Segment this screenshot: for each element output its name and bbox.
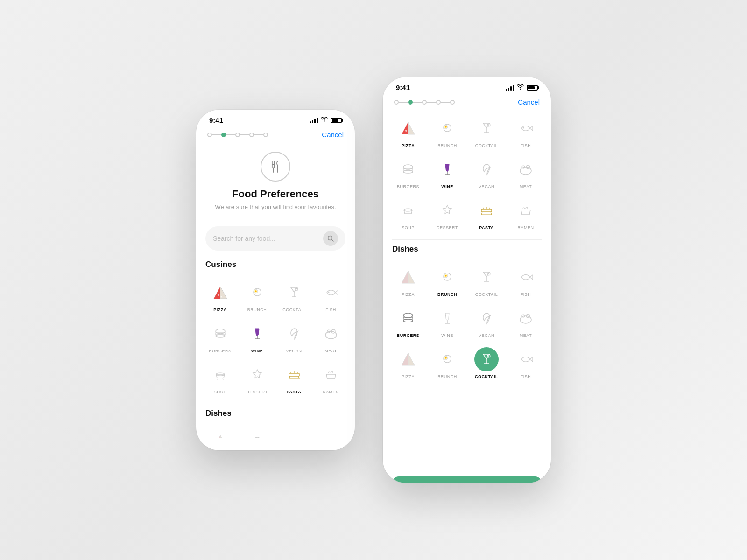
p2-dish-brunch-label-3: BRUNCH xyxy=(437,374,457,379)
p2-dish-fish-1[interactable]: FISH xyxy=(506,260,545,301)
cancel-button-2[interactable]: Cancel xyxy=(518,98,540,106)
cuisine-wine-1[interactable]: WINE xyxy=(239,317,275,358)
cancel-button-1[interactable]: Cancel xyxy=(322,131,344,139)
cocktail-icon-wrap-1 xyxy=(282,280,306,305)
p2-cuisine-vegan[interactable]: VEGAN xyxy=(467,153,506,194)
cuisine-pizza[interactable]: PIZZA xyxy=(202,276,239,317)
cuisine-cocktail-1[interactable]: COCKTAIL xyxy=(275,276,312,317)
steps-1 xyxy=(207,133,268,137)
cuisine-burgers-1[interactable]: BURGERS xyxy=(202,317,239,358)
battery-icon-1 xyxy=(331,118,342,123)
p2-cuisine-burgers[interactable]: BURGERS xyxy=(388,153,428,194)
divider-2 xyxy=(392,239,542,240)
cuisine-brunch[interactable]: BRUNCH xyxy=(239,276,275,317)
p2-dish-pizza-3[interactable]: PIZZA xyxy=(388,343,428,384)
soup-icon-wrap-1 xyxy=(208,363,233,387)
p2-dish-pizza[interactable]: PIZZA xyxy=(388,260,428,301)
p2-dish-burgers[interactable]: BURGERS xyxy=(388,301,428,343)
status-bar-1: 9:41 xyxy=(196,110,355,127)
svg-point-35 xyxy=(520,89,521,90)
dish-2-icon xyxy=(245,429,269,438)
p2-dish-wine-label: WINE xyxy=(441,333,453,338)
p2-dish-wine-icon xyxy=(435,306,459,330)
p2-dish-pizza-label: PIZZA xyxy=(402,292,415,297)
p2-cuisine-meat[interactable]: MEAT xyxy=(506,153,545,194)
step-dot-2-3 xyxy=(422,100,427,105)
p2-cuisine-brunch-label: BRUNCH xyxy=(437,143,457,148)
svg-point-0 xyxy=(324,121,325,122)
search-bar[interactable]: Search for any food... xyxy=(205,226,345,251)
dish-3[interactable] xyxy=(275,425,312,438)
step-line-2-2 xyxy=(413,102,422,103)
p2-meat-icon-wrap xyxy=(514,157,538,182)
step-bar-2: Cancel xyxy=(383,94,551,112)
p2-dish-fish-icon-1 xyxy=(514,265,538,289)
p2-cuisine-pasta[interactable]: PASTA xyxy=(467,194,506,235)
p2-cuisine-soup[interactable]: SOUP xyxy=(388,194,428,235)
cuisine-pasta-1[interactable]: PASTA xyxy=(275,358,312,399)
phone-1: 9:41 xyxy=(196,110,355,450)
status-bar-2: 9:41 xyxy=(383,77,551,94)
dishes-grid-1: PIZZA xyxy=(196,425,355,438)
p2-cuisine-wine[interactable]: WINE xyxy=(428,153,467,194)
svg-point-32 xyxy=(254,437,261,438)
cuisine-vegan-label-1: VEGAN xyxy=(286,349,302,353)
cuisine-dessert-1[interactable]: DESSERT xyxy=(239,358,275,399)
pasta-icon-wrap-1 xyxy=(282,363,306,387)
cuisine-meat-label-1: MEAT xyxy=(324,349,337,353)
search-icon[interactable] xyxy=(323,231,338,246)
p2-dish-cocktail-1[interactable]: COCKTAIL xyxy=(467,260,506,301)
ramen-icon-wrap-1 xyxy=(319,363,343,387)
p2-burgers-icon-wrap xyxy=(396,157,420,182)
p2-cuisine-vegan-label: VEGAN xyxy=(479,184,494,189)
p2-ramen-icon-wrap xyxy=(514,198,538,223)
p2-dish-vegan[interactable]: VEGAN xyxy=(467,301,506,343)
dish-pizza-1[interactable]: PIZZA xyxy=(202,425,239,438)
cuisine-cocktail-label-1: COCKTAIL xyxy=(282,308,305,312)
phone-2: 9:41 xyxy=(383,77,551,483)
status-time-1: 9:41 xyxy=(209,116,223,124)
p2-cuisine-cocktail[interactable]: COCKTAIL xyxy=(467,112,506,153)
p2-cuisine-dessert[interactable]: DESSERT xyxy=(428,194,467,235)
dish-2[interactable] xyxy=(239,425,275,438)
step-line-2-3 xyxy=(427,102,436,103)
p2-cuisine-ramen-label: RAMEN xyxy=(517,225,534,230)
step-dot-2-active xyxy=(408,100,413,105)
hero-section: Food Preferences We are sure that you wi… xyxy=(196,144,355,221)
p2-cuisine-ramen[interactable]: RAMEN xyxy=(506,194,545,235)
p2-dish-brunch-3[interactable]: BRUNCH xyxy=(428,343,467,384)
p2-dish-fish-3[interactable]: FISH xyxy=(506,343,545,384)
svg-rect-53 xyxy=(481,209,492,212)
p2-dessert-icon-wrap xyxy=(435,198,459,223)
p2-dish-pizza-icon xyxy=(396,265,420,289)
cuisine-vegan-1[interactable]: VEGAN xyxy=(275,317,312,358)
signal-icon-1 xyxy=(310,118,318,123)
cuisine-fish-1[interactable]: FISH xyxy=(312,276,349,317)
step-line-2-1 xyxy=(399,102,408,103)
p2-cuisine-wine-label: WINE xyxy=(441,184,453,189)
cuisine-ramen-1[interactable]: RAMEN xyxy=(312,358,349,399)
cuisine-burgers-label-1: BURGERS xyxy=(209,349,231,353)
svg-point-46 xyxy=(403,170,413,173)
cuisine-meat-1[interactable]: MEAT xyxy=(312,317,349,358)
step-line xyxy=(212,134,221,135)
p2-dish-wine[interactable]: WINE xyxy=(428,301,467,343)
p2-dish-brunch[interactable]: BRUNCH xyxy=(428,260,467,301)
p2-cuisine-pasta-label: PASTA xyxy=(479,225,494,230)
p2-cuisine-meat-label: MEAT xyxy=(520,184,532,189)
next-button[interactable]: NEXT xyxy=(392,476,542,483)
status-icons-2 xyxy=(506,84,538,91)
cuisine-soup-label-1: SOUP xyxy=(214,390,227,394)
p2-cuisine-brunch[interactable]: BRUNCH xyxy=(428,112,467,153)
p2-dish-cocktail-selected[interactable]: COCKTAIL xyxy=(467,343,506,384)
p2-dish-meat[interactable]: MEAT xyxy=(506,301,545,343)
cuisine-soup-1[interactable]: SOUP xyxy=(202,358,239,399)
p2-cuisine-fish[interactable]: FISH xyxy=(506,112,545,153)
p2-cuisine-pizza[interactable]: PIZZA xyxy=(388,112,428,153)
burgers-icon-wrap-1 xyxy=(208,322,233,346)
svg-rect-27 xyxy=(289,373,299,376)
phone-2-content: PIZZA BRUNCH xyxy=(383,112,551,471)
dishes-label-2: Dishes xyxy=(383,245,551,260)
cuisines-label-1: Cusines xyxy=(196,260,355,276)
search-placeholder: Search for any food... xyxy=(213,235,323,242)
